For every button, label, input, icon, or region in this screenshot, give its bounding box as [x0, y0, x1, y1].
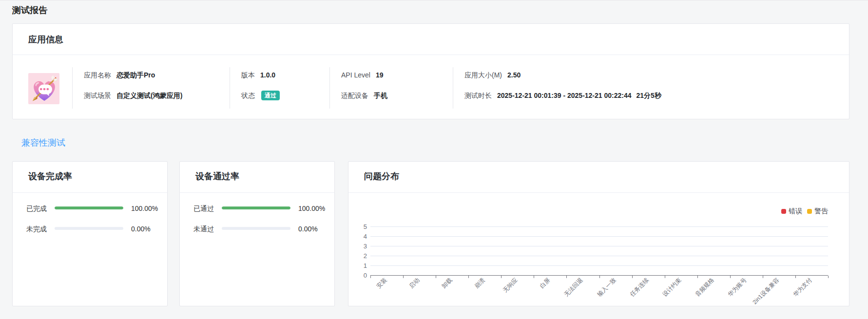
- compatibility-test-link[interactable]: 兼容性测试: [21, 137, 65, 149]
- x-axis-category-label: 无法回退: [563, 276, 585, 299]
- x-axis-category-label: 启动: [407, 276, 422, 290]
- gridline: [370, 256, 828, 256]
- y-axis-tick-label: 1: [352, 263, 367, 269]
- x-axis-category-label: 卸载: [440, 276, 454, 290]
- info-divider-3: [329, 67, 330, 109]
- rate-value: 100.00%: [298, 204, 325, 213]
- test-report-page: 测试报告 应用信息: [0, 0, 868, 319]
- gridline: [370, 226, 828, 227]
- api-level-value: 19: [376, 71, 384, 79]
- gridline: [370, 265, 828, 266]
- info-divider-2: [230, 67, 230, 109]
- info-divider-4: [453, 67, 453, 109]
- device-completion-card-header: 设备完成率: [13, 162, 167, 193]
- device-label: 适配设备: [341, 92, 368, 99]
- rate-value: 100.00%: [131, 204, 158, 213]
- rate-label: 已完成: [26, 204, 47, 213]
- x-axis-category-label: 2in1设备兼容: [751, 276, 781, 306]
- rate-label: 已通过: [193, 204, 214, 213]
- info-divider-1: [72, 67, 73, 109]
- duration-row: 测试时长2025-12-21 00:01:39 - 2025-12-21 00:…: [464, 91, 661, 100]
- version-row: 版本1.0.0: [241, 70, 275, 80]
- progress-bar-fill: [222, 206, 290, 209]
- version-value: 1.0.0: [260, 71, 275, 79]
- x-axis-tick: [599, 276, 600, 278]
- x-axis-tick: [795, 276, 796, 278]
- app-name-label: 应用名称: [84, 71, 111, 79]
- app-info-card-header: 应用信息: [13, 24, 849, 55]
- app-name-row: 应用名称恋爱助手Pro: [84, 70, 155, 80]
- x-axis-category-label: 任务连续: [628, 276, 651, 299]
- progress-bar: [55, 227, 123, 230]
- y-axis-tick-label: 5: [352, 224, 367, 230]
- x-axis-category-label: 华为支付: [791, 276, 814, 299]
- app-name-value: 恋爱助手Pro: [116, 71, 155, 79]
- rate-value: 0.00%: [298, 224, 318, 234]
- app-size-row: 应用大小(M)2.50: [464, 70, 521, 80]
- device-pass-card: 设备通过率 已通过100.00%未通过0.00%: [179, 161, 335, 306]
- problem-distribution-card: 问题分布 错误警告 012345安装启动卸载崩溃无响应白屏无法回退输入一致任务连…: [348, 161, 849, 306]
- device-row: 适配设备手机: [341, 91, 387, 100]
- x-axis-category-label: 音频规格: [694, 276, 716, 299]
- rate-row: 已完成100.00%: [13, 204, 167, 213]
- x-axis-category-label: 无响应: [502, 276, 520, 294]
- progress-bar: [55, 206, 123, 209]
- rate-value: 0.00%: [131, 224, 151, 234]
- progress-bar: [222, 206, 290, 209]
- x-axis-tick: [566, 276, 567, 278]
- app-size-value: 2.50: [507, 71, 521, 79]
- rate-row: 已通过100.00%: [180, 204, 334, 213]
- x-axis-tick: [403, 276, 404, 278]
- y-axis-tick-label: 3: [352, 243, 367, 249]
- gridline: [370, 236, 828, 237]
- x-axis-tick: [534, 276, 534, 278]
- y-axis-tick-label: 4: [352, 233, 367, 240]
- scenario-value: 自定义测试(鸿蒙应用): [116, 92, 182, 99]
- x-axis-tick: [763, 276, 763, 278]
- x-axis-tick: [665, 276, 665, 278]
- x-axis-tick: [436, 276, 436, 278]
- x-axis-tick: [370, 276, 371, 278]
- x-axis-tick: [730, 276, 731, 278]
- duration-label: 测试时长: [464, 92, 492, 99]
- x-axis-category-label: 安装: [375, 276, 389, 290]
- problem-distribution-card-title: 问题分布: [364, 170, 399, 182]
- rate-row: 未完成0.00%: [13, 224, 167, 234]
- app-size-label: 应用大小(M): [464, 71, 502, 79]
- status-row: 状态通过: [241, 91, 280, 100]
- y-axis-tick-label: 2: [352, 253, 367, 259]
- gridline: [370, 246, 828, 246]
- duration-total-value: 21分5秒: [637, 92, 661, 99]
- progress-bar: [222, 227, 290, 230]
- app-info-card-body: 应用名称恋爱助手Pro 测试场景自定义测试(鸿蒙应用) 版本1.0.0 状态通过…: [13, 55, 849, 119]
- status-badge: 通过: [261, 91, 280, 100]
- x-axis-category-label: 崩溃: [473, 276, 487, 290]
- app-icon: [28, 73, 59, 104]
- x-axis-category-label: 华为账号: [726, 276, 749, 299]
- scenario-row: 测试场景自定义测试(鸿蒙应用): [84, 91, 182, 100]
- device-pass-card-title: 设备通过率: [195, 170, 239, 182]
- x-axis-tick: [828, 276, 829, 278]
- rate-label: 未通过: [193, 224, 214, 234]
- x-axis-category-label: 白屏: [538, 276, 552, 290]
- x-axis-tick: [632, 276, 633, 278]
- app-info-card: 应用信息: [12, 23, 849, 119]
- problem-distribution-card-header: 问题分布: [348, 162, 849, 193]
- device-pass-card-header: 设备通过率: [180, 162, 334, 193]
- x-axis-category-label: 输入一致: [596, 276, 618, 299]
- version-label: 版本: [241, 71, 255, 79]
- api-level-row: API Level19: [341, 70, 384, 80]
- problem-distribution-chart: 012345安装启动卸载崩溃无响应白屏无法回退输入一致任务连续设计约束音频规格华…: [348, 193, 849, 306]
- x-axis-tick: [697, 276, 698, 278]
- x-axis-tick: [501, 276, 502, 278]
- x-axis-tick: [468, 276, 469, 278]
- page-title: 测试报告: [12, 4, 47, 16]
- scenario-label: 测试场景: [84, 92, 111, 99]
- rate-row: 未通过0.00%: [180, 224, 334, 234]
- device-value: 手机: [374, 92, 387, 99]
- device-completion-card-title: 设备完成率: [28, 170, 72, 182]
- duration-range-value: 2025-12-21 00:01:39 - 2025-12-21 00:22:4…: [497, 92, 632, 99]
- y-axis-tick-label: 0: [352, 272, 367, 279]
- rate-label: 未完成: [26, 224, 47, 234]
- status-label: 状态: [241, 92, 255, 99]
